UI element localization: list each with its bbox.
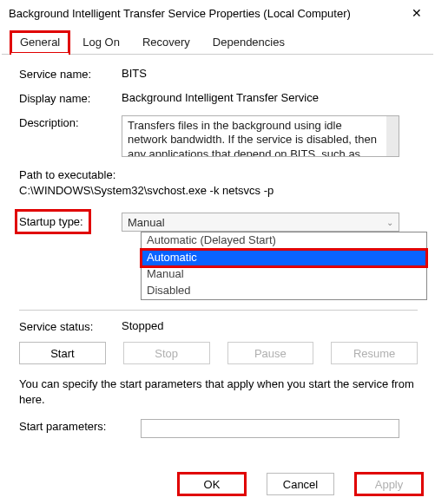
close-icon[interactable]: ✕ — [405, 6, 428, 20]
start-params-label: Start parameters: — [19, 419, 141, 438]
window-title: Background Intelligent Transfer Service … — [9, 7, 351, 20]
ok-button[interactable]: OK — [178, 473, 246, 495]
service-status-value: Stopped — [122, 319, 418, 333]
startup-type-select[interactable]: Manual ⌄ — [122, 213, 399, 232]
scrollbar[interactable] — [386, 116, 399, 156]
description-value: Transfers files in the background using … — [128, 119, 393, 157]
titlebar: Background Intelligent Transfer Service … — [0, 0, 435, 26]
description-label: Description: — [19, 115, 122, 157]
display-name-value: Background Intelligent Transfer Service — [122, 91, 418, 105]
path-label: Path to executable: — [19, 167, 418, 183]
start-button[interactable]: Start — [19, 342, 106, 364]
dropdown-opt-manual[interactable]: Manual — [142, 266, 426, 283]
tabs: General Log On Recovery Dependencies — [2, 26, 433, 55]
path-value: C:\WINDOWS\System32\svchost.exe -k netsv… — [19, 183, 418, 199]
startup-type-dropdown: Automatic (Delayed Start) Automatic Manu… — [141, 232, 427, 300]
pause-button: Pause — [227, 342, 314, 364]
start-params-input[interactable] — [141, 419, 399, 438]
resume-button: Resume — [331, 342, 418, 364]
chevron-down-icon: ⌄ — [386, 218, 393, 227]
tab-logon[interactable]: Log On — [73, 31, 129, 54]
dropdown-opt-automatic[interactable]: Automatic — [142, 250, 426, 266]
stop-button: Stop — [123, 342, 210, 364]
dropdown-opt-disabled[interactable]: Disabled — [142, 283, 426, 299]
tab-dependencies[interactable]: Dependencies — [203, 31, 294, 54]
service-name-label: Service name: — [19, 67, 122, 81]
service-status-label: Service status: — [19, 319, 122, 333]
dropdown-opt-delayed[interactable]: Automatic (Delayed Start) — [142, 232, 426, 249]
start-params-hint: You can specify the start parameters tha… — [19, 376, 418, 407]
cancel-button[interactable]: Cancel — [267, 473, 334, 495]
apply-button[interactable]: Apply — [355, 473, 423, 495]
display-name-label: Display name: — [19, 91, 122, 105]
tab-general[interactable]: General — [10, 31, 69, 54]
dialog-buttons: OK Cancel Apply — [178, 473, 423, 495]
description-box: Transfers files in the background using … — [122, 115, 399, 157]
startup-current-value: Manual — [128, 216, 165, 229]
startup-type-label: Startup type: — [19, 213, 122, 232]
service-name-value: BITS — [122, 67, 418, 81]
tab-recovery[interactable]: Recovery — [133, 31, 200, 54]
content-area: Service name: BITS Display name: Backgro… — [0, 55, 435, 457]
divider — [19, 310, 418, 311]
